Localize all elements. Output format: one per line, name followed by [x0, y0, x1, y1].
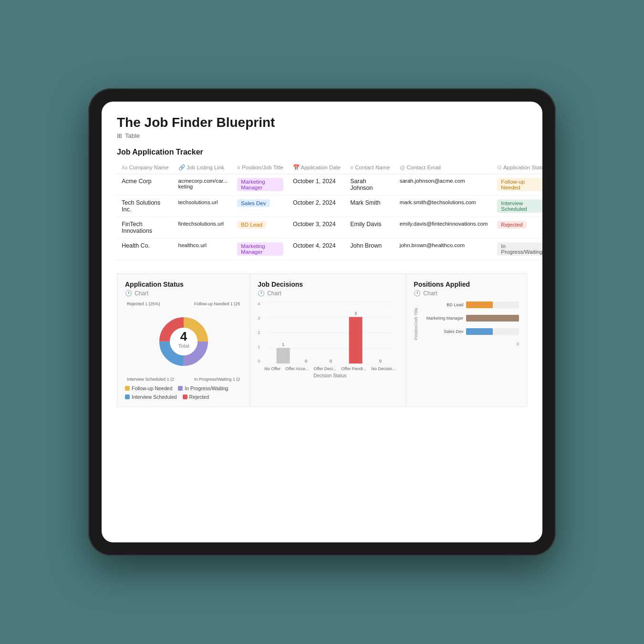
donut-labels-bottom: Interview Scheduled 1 (2 In Progress/Wai…: [125, 377, 242, 382]
hbar-label-bd: BD Lead: [420, 302, 463, 307]
clock-icon: 🕐: [125, 290, 132, 297]
cell-link[interactable]: acmecorp.com/car... keting: [174, 174, 233, 196]
donut-wrap: 4 Total: [150, 308, 217, 375]
cell-link[interactable]: fintechsolutions.url: [174, 217, 233, 239]
cell-email: mark.smith@techsolutions.com: [395, 196, 493, 217]
legend-followup: Follow-up Needed: [125, 385, 172, 391]
job-decisions-chart-title: Job Decisions: [258, 280, 398, 288]
col-header-appdate: 📅 Application Date: [288, 161, 345, 174]
hbar-row-sales: Sales Dev: [420, 328, 519, 335]
hbar-label-marketing: Marketing Manager: [420, 316, 463, 321]
clock-icon-2: 🕐: [258, 290, 265, 297]
cell-status: In Progress/Waiting: [492, 239, 542, 260]
y-axis-labels: 4 3 2 1 0: [258, 301, 262, 364]
positions-applied-chart-panel: Positions Applied 🕐 Chart Position/Job T…: [406, 273, 527, 407]
table-row: Acme Corp acmecorp.com/car... keting Mar…: [117, 174, 542, 196]
col-header-email: @ Contact Email: [395, 161, 493, 174]
donut-label-followup: Follow-up Needed 1 (25: [194, 301, 240, 306]
hbar-row-marketing: Marketing Manager: [420, 315, 519, 322]
hbar-fill-bd: [466, 301, 492, 308]
cell-position: Sales Dev: [232, 196, 288, 217]
table-label-text: Table: [125, 132, 140, 139]
legend-label-inprogress: In Progress/Waiting: [185, 385, 228, 391]
cell-email: sarah.johnson@acme.com: [395, 174, 493, 196]
table-section-title: Job Application Tracker: [117, 148, 527, 156]
cell-appdate: October 2, 2024: [288, 196, 345, 217]
hbar-fill-sales: [466, 328, 492, 335]
cell-link[interactable]: healthco.url: [174, 239, 233, 260]
cell-email: emily.davis@fintechinnovations.com: [395, 217, 493, 239]
cell-contact: Mark Smith: [345, 196, 395, 217]
legend-dot-followup: [125, 386, 130, 391]
legend-interview: Interview Scheduled: [125, 394, 177, 400]
table-row: Health Co. healthco.url Marketing Manage…: [117, 239, 542, 260]
svg-text:4: 4: [180, 329, 187, 343]
cell-position: Marketing Manager: [232, 174, 288, 196]
bar-chart-xlabel: Decision Status: [262, 373, 398, 378]
legend-inprogress: In Progress/Waiting: [178, 385, 228, 391]
donut-label-interview: Interview Scheduled 1 (2: [127, 377, 174, 382]
cell-company: FinTech Innovations: [117, 217, 174, 239]
cell-contact: Emily Davis: [345, 217, 395, 239]
hbar-track-marketing: [466, 315, 519, 322]
legend-label-interview: Interview Scheduled: [132, 394, 177, 400]
tablet-frame: The Job Finder Blueprint ⊞ Table Job App…: [88, 88, 556, 556]
cell-contact: John Brown: [345, 239, 395, 260]
bar-chart-xlabels: No Offer Offer Acce... Offer Deci... Off…: [262, 366, 398, 371]
cell-company: Health Co.: [117, 239, 174, 260]
cell-company: Tech Solutions Inc.: [117, 196, 174, 217]
table-body: Acme Corp acmecorp.com/car... keting Mar…: [117, 174, 542, 260]
hbar-chart-container: Position/Job Title BD Lead: [414, 301, 519, 346]
table-header-row: Aa Company Name 🔗 Job Listing Link ≡ Pos…: [117, 161, 542, 174]
cell-link[interactable]: techsolutions.url: [174, 196, 233, 217]
svg-text:0: 0: [379, 359, 382, 364]
svg-text:3: 3: [354, 311, 357, 316]
donut-svg: 4 Total: [150, 308, 217, 375]
legend-dot-interview: [125, 395, 130, 399]
job-application-table: Aa Company Name 🔗 Job Listing Link ≡ Pos…: [117, 161, 542, 260]
legend-dot-inprogress: [178, 386, 183, 391]
bar-chart-inner: 1 0 0 3 0: [262, 301, 398, 378]
positions-chart-title: Positions Applied: [414, 280, 519, 288]
hbar-fill-marketing: [466, 315, 519, 322]
job-decisions-chart-subtitle: 🕐 Chart: [258, 290, 398, 297]
clock-icon-3: 🕐: [414, 290, 421, 297]
col-header-company: Aa Company Name: [117, 161, 174, 174]
donut-container: Rejected 1 (25%) Follow-up Needed 1 (25: [125, 301, 242, 400]
table-icon: ⊞: [117, 132, 122, 139]
tablet-screen: The Job Finder Blueprint ⊞ Table Job App…: [102, 102, 542, 542]
hbar-track-bd: [466, 301, 519, 308]
page-title: The Job Finder Blueprint: [117, 115, 527, 130]
positions-chart-subtitle: 🕐 Chart: [414, 290, 519, 297]
application-status-chart-panel: Application Status 🕐 Chart Rejected 1 (2…: [117, 273, 250, 407]
col-header-position: ≡ Position/Job Title: [232, 161, 288, 174]
col-header-link: 🔗 Job Listing Link: [174, 161, 233, 174]
cell-appdate: October 1, 2024: [288, 174, 345, 196]
hbar-yaxis-label: Position/Job Title: [414, 301, 418, 346]
app-status-chart-subtitle: 🕐 Chart: [125, 290, 242, 297]
legend-dot-rejected: [183, 395, 187, 399]
svg-text:Total: Total: [178, 343, 189, 349]
charts-row: Application Status 🕐 Chart Rejected 1 (2…: [117, 273, 527, 407]
hbar-bars: BD Lead Marketing Manager: [420, 301, 519, 346]
donut-label-rejected: Rejected 1 (25%): [127, 301, 160, 306]
svg-rect-16: [349, 317, 363, 364]
bar-chart-svg: 1 0 0 3 0: [262, 301, 398, 364]
table-label-row: ⊞ Table: [117, 132, 527, 139]
cell-company: Acme Corp: [117, 174, 174, 196]
svg-text:0: 0: [305, 359, 307, 364]
table-row: FinTech Innovations fintechsolutions.url…: [117, 217, 542, 239]
legend-label-followup: Follow-up Needed: [132, 385, 172, 391]
cell-position: Marketing Manager: [232, 239, 288, 260]
job-decisions-chart-panel: Job Decisions 🕐 Chart 4 3 2 1 0: [250, 273, 406, 407]
legend-label-rejected: Rejected: [189, 394, 209, 400]
hbar-label-sales: Sales Dev: [420, 329, 463, 334]
donut-labels-top: Rejected 1 (25%) Follow-up Needed 1 (25: [125, 301, 242, 306]
cell-status: Interview Scheduled: [492, 196, 542, 217]
table-row: Tech Solutions Inc. techsolutions.url Sa…: [117, 196, 542, 217]
col-header-status: ⊙ Application Status: [492, 161, 542, 174]
svg-rect-12: [277, 348, 290, 364]
cell-contact: Sarah Johnson: [345, 174, 395, 196]
content-area: The Job Finder Blueprint ⊞ Table Job App…: [102, 102, 542, 542]
bar-chart-container: 4 3 2 1 0: [258, 301, 398, 378]
